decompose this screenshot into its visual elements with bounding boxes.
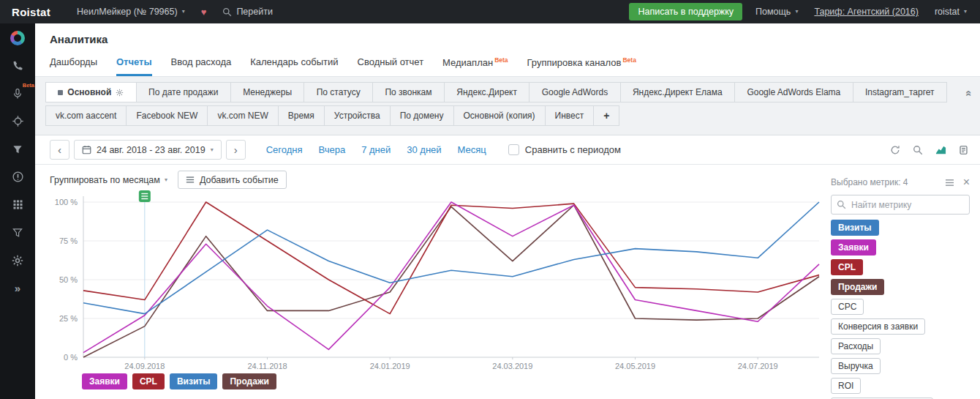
report-tabs-strip: ОсновнойПо дате продажиМенеджерыПо стату… xyxy=(35,76,980,135)
roistat-logo[interactable]: Roistat xyxy=(12,6,50,18)
chart-view-icon[interactable] xyxy=(935,144,946,155)
compare-period-control[interactable]: Сравнить с периодом xyxy=(508,144,621,155)
metric-badge[interactable]: ROI xyxy=(831,378,861,394)
report-tab[interactable]: Основной xyxy=(45,82,137,102)
series-line-Продажи xyxy=(83,205,819,357)
metrics-panel: Выбрано метрик: 4 × ВизитыЗаявкиCPLПрода… xyxy=(831,176,970,399)
account-switcher[interactable]: НеилМейкер (№ 79965) ▾ xyxy=(77,7,185,17)
search-icon xyxy=(222,7,232,17)
next-period-button[interactable]: › xyxy=(226,140,246,160)
sidebar-expand-button[interactable]: » xyxy=(0,280,35,297)
support-button[interactable]: Написать в поддержку xyxy=(629,3,742,20)
tab-settings-gear-icon[interactable] xyxy=(116,89,124,97)
report-tab[interactable]: По статусу xyxy=(304,82,373,102)
report-tab[interactable]: Инвест xyxy=(545,105,595,126)
chevron-down-icon: ▾ xyxy=(211,147,214,153)
user-menu[interactable]: roistat ▾ xyxy=(935,7,967,17)
search-icon xyxy=(837,200,846,209)
metric-badge[interactable]: Визиты xyxy=(831,220,879,236)
sidebar-item-alerts[interactable] xyxy=(0,168,35,185)
metric-badge[interactable]: Продажи xyxy=(831,279,884,295)
report-tab-label: Инвест xyxy=(555,111,584,121)
nav-tab[interactable]: Ввод расхода xyxy=(171,56,232,76)
metric-badge[interactable]: CPC xyxy=(831,299,864,315)
quick-range-link[interactable]: Месяц xyxy=(458,144,486,155)
report-tab[interactable]: Основной (копия) xyxy=(453,105,546,126)
metric-badge[interactable]: Выручка xyxy=(831,358,881,374)
report-tab[interactable]: Google AdWords Elama xyxy=(734,82,853,102)
sidebar-item-speech-analytics[interactable]: Beta xyxy=(0,85,35,102)
metric-badge[interactable]: Заявки xyxy=(831,239,876,256)
report-tab[interactable]: Яндекс.Директ Елама xyxy=(620,82,735,102)
tariff-link[interactable]: Тариф: Агентский (2016) xyxy=(814,7,919,17)
legend-badge[interactable]: Продажи xyxy=(222,373,276,389)
quick-range-link[interactable]: Сегодня xyxy=(266,144,303,155)
add-event-button[interactable]: Добавить событие xyxy=(178,171,287,189)
svg-text:100 %: 100 % xyxy=(55,198,78,206)
sidebar-item-settings[interactable] xyxy=(0,252,35,269)
legend-badge[interactable]: Заявки xyxy=(82,373,127,389)
quick-range-link[interactable]: 30 дней xyxy=(407,144,441,155)
report-tab[interactable]: Менеджеры xyxy=(230,82,305,102)
report-tabs-row2: vk.com aaccentFacebook NEWvk.com NEWВрем… xyxy=(45,105,946,126)
target-icon xyxy=(12,115,24,127)
legend-badge[interactable]: CPL xyxy=(132,373,165,389)
event-marker[interactable] xyxy=(139,190,151,202)
report-tab[interactable]: Яндекс.Директ xyxy=(444,82,529,102)
metrics-list-icon[interactable] xyxy=(945,179,954,187)
report-tab-label: По звонкам xyxy=(385,87,431,97)
refresh-icon[interactable] xyxy=(890,145,900,155)
quick-range-link[interactable]: 7 дней xyxy=(361,144,391,155)
metric-search-input[interactable] xyxy=(831,195,970,215)
help-menu[interactable]: Помощь ▾ xyxy=(755,7,798,17)
global-search[interactable]: Перейти xyxy=(222,7,273,17)
close-panel-icon[interactable]: × xyxy=(963,176,970,188)
sidebar-item-funnel[interactable] xyxy=(0,141,35,157)
report-tab[interactable]: По дате продажи xyxy=(136,82,231,102)
quick-range-link[interactable]: Вчера xyxy=(318,144,345,155)
report-tab[interactable]: Instagram_таргет xyxy=(853,82,947,102)
report-tab-label: Основной xyxy=(67,87,111,97)
report-tab[interactable]: Facebook NEW xyxy=(126,105,208,126)
report-tab[interactable]: По домену xyxy=(390,105,454,126)
prev-period-button[interactable]: ‹ xyxy=(50,140,69,160)
report-tab[interactable]: Google AdWords xyxy=(529,82,620,102)
legend-badge[interactable]: Визиты xyxy=(170,373,218,389)
compare-period-checkbox[interactable] xyxy=(508,144,519,155)
nav-tab[interactable]: Дашборды xyxy=(50,56,97,76)
nav-tab[interactable]: Отчеты xyxy=(116,56,152,76)
report-export-icon[interactable] xyxy=(959,145,968,155)
report-tab-label: По дате продажи xyxy=(148,87,218,97)
compare-period-label: Сравнить с периодом xyxy=(525,144,621,155)
metrics-list: ВизитыЗаявкиCPLПродажиCPCКонверсия в зая… xyxy=(831,220,970,399)
nav-tab[interactable]: Сводный отчет xyxy=(358,56,424,76)
chevron-down-icon: ▾ xyxy=(964,9,967,15)
report-tab[interactable]: Устройства xyxy=(324,105,391,126)
beta-badge: Beta xyxy=(622,56,636,64)
collapse-tabs-button[interactable]: » xyxy=(964,87,970,100)
nav-tab[interactable]: Календарь событий xyxy=(250,56,338,76)
sidebar-item-home[interactable] xyxy=(0,29,35,46)
nav-tab[interactable]: Группировка каналовBeta xyxy=(527,56,636,76)
add-report-tab-button[interactable]: + xyxy=(593,105,619,126)
report-tab[interactable]: vk.com aaccent xyxy=(45,105,127,126)
metric-badge[interactable]: Расходы xyxy=(831,338,881,354)
nav-tab-label: Сводный отчет xyxy=(358,56,424,67)
metric-badge[interactable]: CPL xyxy=(831,259,863,275)
group-by-dropdown[interactable]: Группировать по месяцам ▾ xyxy=(50,175,167,185)
date-range-picker[interactable]: 24 авг. 2018 - 23 авг. 2019 ▾ xyxy=(74,140,222,160)
analytics-chart-svg[interactable]: 0 %25 %50 %75 %100 %24.09.201824.11.2018… xyxy=(45,190,828,372)
username-label: roistat xyxy=(935,7,960,17)
metric-badge[interactable]: Конверсия в заявки xyxy=(831,318,925,335)
metric-search xyxy=(831,195,970,215)
sidebar-item-calls[interactable] xyxy=(0,57,35,74)
search-icon[interactable] xyxy=(913,145,923,155)
report-tab[interactable]: По звонкам xyxy=(372,82,445,102)
sidebar-item-sales-funnel[interactable] xyxy=(0,224,35,241)
report-tab[interactable]: Время xyxy=(278,105,325,126)
sidebar-item-targeting[interactable] xyxy=(0,113,35,130)
report-tab[interactable]: vk.com NEW xyxy=(207,105,278,126)
sidebar-item-apps[interactable] xyxy=(0,196,35,213)
nav-tab[interactable]: МедиапланBeta xyxy=(442,56,508,76)
favorites-heart-icon[interactable]: ♥ xyxy=(201,7,207,18)
